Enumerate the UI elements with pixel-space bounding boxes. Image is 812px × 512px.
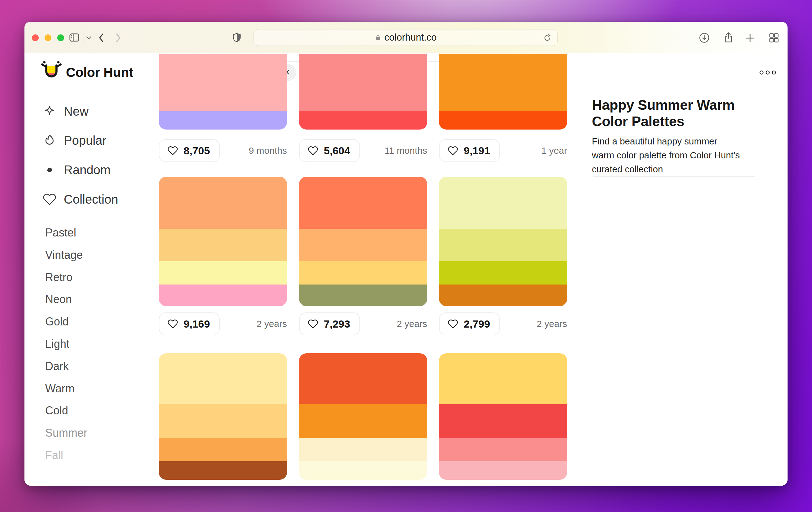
palette-card: 5,60411 months [299,54,427,130]
color-stripe[interactable] [439,54,567,111]
color-stripe[interactable] [159,111,287,130]
flame-icon [43,134,56,147]
color-stripe[interactable] [159,229,287,261]
color-stripe[interactable] [159,177,287,229]
shield-icon[interactable] [231,32,242,44]
color-stripe[interactable] [159,438,287,461]
tab-overview-icon[interactable] [768,32,780,44]
palette-age: 9 months [249,145,287,156]
sidebar-category-retro[interactable]: Retro [45,271,72,284]
like-button[interactable]: 2,799 [439,313,500,335]
colorhunt-logo[interactable] [41,60,62,83]
palette-age: 2 years [397,319,427,329]
palette-meta: 9,1911 year [439,139,567,162]
color-stripe[interactable] [299,404,427,438]
sidebar-category-vintage[interactable]: Vintage [45,248,83,262]
sidebar-category-neon[interactable]: Neon [45,293,72,306]
color-stripe[interactable] [439,261,567,285]
color-stripe[interactable] [159,404,287,438]
palette-meta: 8,7059 months [159,139,287,162]
palette-swatch[interactable] [159,177,287,306]
palette-swatch[interactable] [439,353,567,480]
color-stripe[interactable] [439,438,567,461]
color-stripe[interactable] [439,404,567,438]
sidebar-toggle-icon[interactable] [68,31,81,44]
color-stripe[interactable] [299,438,427,461]
page-title: Happy Summer Warm Color Palettes [592,97,750,130]
palette-age: 2 years [537,319,567,329]
sidebar-category-gold[interactable]: Gold [45,315,69,328]
heart-icon [447,145,458,156]
palette-swatch[interactable] [299,353,427,480]
palette-swatch[interactable] [439,54,567,130]
sidebar-item-label: New [64,104,89,118]
color-stripe[interactable] [159,54,287,111]
like-button[interactable]: 8,705 [159,139,220,162]
address-bar[interactable]: colorhunt.co [254,29,557,46]
sidebar-category-pastel[interactable]: Pastel [45,226,76,240]
sidebar-item-new[interactable]: New [43,103,89,119]
color-stripe[interactable] [439,285,567,306]
desktop: colorhunt.co [0,0,812,512]
sidebar-item-random[interactable]: Random [43,162,111,178]
color-stripe[interactable] [299,229,427,261]
sparkle-icon [43,104,56,118]
color-stripe[interactable] [299,461,427,480]
like-button[interactable]: 5,604 [299,139,360,162]
palette-swatch[interactable] [299,177,427,306]
palette-card: 9,1911 year [439,54,567,130]
more-menu-icon[interactable] [759,69,776,77]
color-stripe[interactable] [159,461,287,480]
heart-icon [168,145,178,156]
like-count: 9,169 [183,318,210,330]
palette-swatch[interactable] [159,54,287,130]
like-button[interactable]: 7,293 [299,313,360,335]
close-window-button[interactable] [32,34,39,41]
refresh-icon[interactable] [543,33,552,44]
sidebar-category-light[interactable]: Light [45,337,69,351]
sidebar-item-collection[interactable]: Collection [43,191,118,207]
color-stripe[interactable] [299,353,427,404]
color-stripe[interactable] [439,177,567,229]
share-icon[interactable] [722,31,734,44]
palette-card: 9,1692 years [159,177,287,306]
new-tab-icon[interactable] [744,32,756,44]
zoom-window-button[interactable] [57,34,64,41]
like-count: 5,604 [324,145,350,157]
color-stripe[interactable] [299,54,427,111]
color-stripe[interactable] [299,177,427,229]
palette-swatch[interactable] [439,177,567,306]
like-button[interactable]: 9,191 [439,139,500,162]
back-icon[interactable] [96,32,106,43]
like-count: 9,191 [464,145,490,157]
like-button[interactable]: 9,169 [159,313,220,335]
sidebar-category-dark[interactable]: Dark [45,359,69,373]
color-stripe[interactable] [299,285,427,306]
palette-grid: 8,7059 months5,60411 months9,1911 year9,… [159,54,568,486]
palette-card: 2,7992 years [439,177,567,306]
minimize-window-button[interactable] [45,34,51,41]
color-stripe[interactable] [299,111,427,130]
site-title[interactable]: Color Hunt [66,65,133,80]
color-stripe[interactable] [439,353,567,404]
sidebar-category-summer[interactable]: Summer [45,426,87,440]
color-stripe[interactable] [299,261,427,285]
palette-swatch[interactable] [299,54,427,130]
forward-icon[interactable] [114,32,123,43]
color-stripe[interactable] [439,229,567,261]
color-stripe[interactable] [159,285,287,306]
download-icon[interactable] [698,32,710,44]
palette-meta: 2,7992 years [439,313,567,335]
chevron-down-icon[interactable] [85,35,92,41]
color-stripe[interactable] [439,111,567,130]
sidebar-item-popular[interactable]: Popular [43,132,107,149]
sidebar-category-fall[interactable]: Fall [45,449,63,462]
sidebar-category-cold[interactable]: Cold [45,404,68,417]
palette-card: 8,7059 months [159,54,287,130]
color-stripe[interactable] [159,261,287,285]
color-stripe[interactable] [159,353,287,404]
sidebar-category-warm[interactable]: Warm [45,382,75,396]
palette-card: 7,2932 years [299,177,427,306]
palette-swatch[interactable] [159,353,287,480]
color-stripe[interactable] [439,461,567,480]
